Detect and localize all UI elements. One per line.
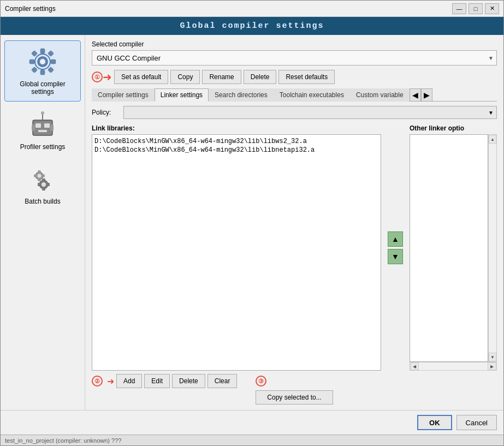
sidebar-item-batch-builds[interactable]: Batch builds <box>4 158 81 211</box>
move-down-button[interactable]: ▼ <box>388 249 403 264</box>
svg-point-26 <box>38 174 41 178</box>
rename-button[interactable]: Rename <box>202 70 241 84</box>
copy-row: Copy selected to... <box>92 390 497 405</box>
annotation-2: ② <box>92 376 103 386</box>
svg-rect-3 <box>40 70 45 75</box>
svg-rect-21 <box>42 179 45 181</box>
toolbar-row: ① ➜ Set as default Copy Rename Delete Re… <box>92 70 497 84</box>
action-row: ② ➜ Add Edit Delete Clear ③ <box>92 374 497 388</box>
annotation-1: ① <box>92 72 103 82</box>
scroll-left-arrow-icon[interactable]: ◀ <box>410 362 419 370</box>
svg-rect-15 <box>44 123 50 128</box>
gear-icon <box>27 46 58 77</box>
tab-linker-settings[interactable]: Linker settings <box>155 88 209 102</box>
svg-rect-14 <box>35 123 41 128</box>
link-libraries-panel: Link libraries: D:\CodeBlocks\MinGW\x86_… <box>92 124 381 371</box>
maximize-button[interactable]: □ <box>469 3 483 14</box>
cancel-button[interactable]: Cancel <box>456 415 497 430</box>
status-text: test_in_no_project (compiler: unknown) ?… <box>5 437 121 444</box>
link-libraries-list[interactable]: D:\CodeBlocks\MinGW\x86_64-w64-mingw32\l… <box>92 134 381 371</box>
other-linker-hscrollbar[interactable]: ◀ ▶ <box>410 362 497 371</box>
sidebar-item-label-profiler: Profiler settings <box>20 143 66 151</box>
sidebar: Global compiler settings <box>1 35 85 410</box>
delete-compiler-button[interactable]: Delete <box>244 70 277 84</box>
scroll-down-arrow-icon[interactable]: ▼ <box>489 353 496 361</box>
clear-button[interactable]: Clear <box>207 374 238 388</box>
svg-rect-4 <box>29 60 34 64</box>
svg-rect-5 <box>51 60 56 64</box>
sidebar-item-global-compiler-settings[interactable]: Global compiler settings <box>4 40 81 102</box>
svg-point-18 <box>41 111 44 115</box>
dialog-header: Global compiler settings <box>1 17 503 35</box>
compiler-dropdown-wrap: GNU GCC Compiler ▼ <box>92 50 497 66</box>
window: Compiler settings — □ ✕ Global compiler … <box>0 0 504 446</box>
batch-builds-icon <box>27 164 58 194</box>
svg-rect-30 <box>43 175 45 177</box>
svg-rect-28 <box>38 179 41 181</box>
other-linker-panel: Other linker optio ▲ ▼ ◀ ▶ <box>410 124 497 371</box>
list-item[interactable]: D:\CodeBlocks\MinGW\x86_64-w64-mingw32\l… <box>94 146 378 154</box>
svg-rect-23 <box>38 183 40 186</box>
reset-defaults-button[interactable]: Reset defaults <box>278 70 335 84</box>
tabs: Compiler settings Linker settings Search… <box>92 88 497 102</box>
svg-rect-16 <box>38 130 47 132</box>
arrow-to-add: ➜ <box>107 376 114 386</box>
policy-row: Policy: ▼ <box>92 106 497 119</box>
svg-rect-29 <box>34 175 36 177</box>
svg-point-1 <box>40 59 45 64</box>
tab-scroll-right[interactable]: ▶ <box>421 88 432 102</box>
tab-scroll-left[interactable]: ◀ <box>410 88 421 102</box>
other-linker-textarea[interactable] <box>410 134 488 362</box>
main-panel: Selected compiler GNU GCC Compiler ▼ ① ➜… <box>85 35 503 410</box>
set-as-default-button[interactable]: Set as default <box>114 70 168 84</box>
tab-custom-variables[interactable]: Custom variable <box>350 88 410 102</box>
tab-compiler-settings[interactable]: Compiler settings <box>92 88 155 102</box>
add-button[interactable]: Add <box>116 374 142 388</box>
selected-compiler-label: Selected compiler <box>92 40 497 48</box>
scroll-up-arrow-icon[interactable]: ▲ <box>489 135 496 144</box>
tab-search-directories[interactable]: Search directories <box>209 88 274 102</box>
svg-point-20 <box>41 182 46 187</box>
ok-button[interactable]: OK <box>417 415 452 430</box>
svg-rect-11 <box>33 120 52 135</box>
status-bar: test_in_no_project (compiler: unknown) ?… <box>1 435 503 445</box>
profiler-icon <box>27 109 58 140</box>
copy-selected-to-button[interactable]: Copy selected to... <box>256 390 333 405</box>
other-linker-label: Other linker optio <box>410 124 497 132</box>
svg-rect-13 <box>50 124 54 131</box>
scroll-right-arrow-icon[interactable]: ▶ <box>488 362 496 370</box>
annotation-3: ③ <box>256 376 266 386</box>
title-bar-controls: — □ ✕ <box>452 3 499 14</box>
svg-rect-2 <box>40 49 45 53</box>
svg-rect-8 <box>31 67 37 73</box>
move-up-button[interactable]: ▲ <box>388 231 403 247</box>
tab-toolchain-executables[interactable]: Toolchain executables <box>274 88 350 102</box>
other-linker-scrollbar[interactable]: ▲ ▼ <box>488 134 497 362</box>
compiler-dropdown[interactable]: GNU GCC Compiler <box>92 50 497 66</box>
close-button[interactable]: ✕ <box>485 3 499 14</box>
panels-row: Link libraries: D:\CodeBlocks\MinGW\x86_… <box>92 124 497 371</box>
minimize-button[interactable]: — <box>452 3 466 14</box>
sidebar-item-label-global: Global compiler settings <box>20 80 65 96</box>
content-area: Global compiler settings <box>1 35 503 410</box>
copy-compiler-button[interactable]: Copy <box>170 70 200 84</box>
svg-rect-24 <box>47 183 50 186</box>
window-title: Compiler settings <box>5 5 452 13</box>
title-bar: Compiler settings — □ ✕ <box>1 1 503 17</box>
hscroll-track <box>419 362 488 370</box>
svg-rect-12 <box>32 124 35 131</box>
libs-reorder-buttons: ▲ ▼ <box>386 124 405 371</box>
policy-label: Policy: <box>92 109 119 116</box>
delete-lib-button[interactable]: Delete <box>172 374 205 388</box>
svg-rect-7 <box>48 50 54 56</box>
link-libraries-label: Link libraries: <box>92 124 381 132</box>
list-item[interactable]: D:\CodeBlocks\MinGW\x86_64-w64-mingw32\l… <box>94 137 378 146</box>
sidebar-item-profiler-settings[interactable]: Profiler settings <box>4 104 81 156</box>
edit-button[interactable]: Edit <box>144 374 170 388</box>
svg-rect-27 <box>38 170 41 173</box>
svg-rect-22 <box>42 188 45 191</box>
arrow-to-set-default: ➜ <box>103 70 112 84</box>
svg-rect-9 <box>48 67 54 73</box>
sidebar-item-label-batch: Batch builds <box>25 198 60 205</box>
policy-dropdown[interactable] <box>123 106 497 119</box>
